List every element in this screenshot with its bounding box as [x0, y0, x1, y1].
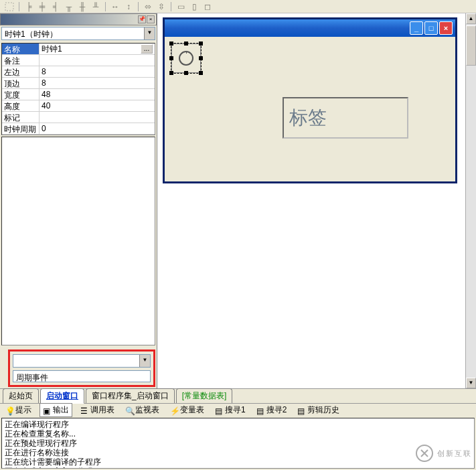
- property-row[interactable]: 高度40: [2, 100, 155, 112]
- property-label: 顶边: [2, 78, 39, 88]
- same-width-icon[interactable]: ⬄: [143, 1, 153, 12]
- label-component[interactable]: 标签: [283, 97, 408, 139]
- format-icon-3[interactable]: ◻: [202, 1, 213, 12]
- svg-rect-0: [5, 3, 13, 11]
- event-name-field[interactable]: 周期事件: [13, 370, 151, 382]
- scroll-thumb[interactable]: [466, 25, 476, 66]
- scroll-up-button[interactable]: ▲: [466, 13, 476, 24]
- property-row[interactable]: 备注: [2, 55, 155, 66]
- resize-handle-w[interactable]: [169, 56, 173, 60]
- tool-tab-label: 搜寻1: [225, 404, 246, 416]
- output-line: 正在编译现行程序: [5, 420, 471, 429]
- output-icon: ▣: [43, 406, 51, 414]
- panel-header: 📌 ×: [0, 13, 157, 25]
- tool-tab-label: 调用表: [90, 404, 114, 416]
- tool-tab-watch[interactable]: 🔍监视表: [123, 404, 162, 416]
- resize-handle-nw[interactable]: [169, 42, 173, 46]
- tool-tab-search1[interactable]: ▤搜寻1: [212, 404, 248, 416]
- property-row[interactable]: 时钟周期0: [2, 123, 155, 135]
- resize-handle-n[interactable]: [184, 42, 188, 46]
- panel-pin-button[interactable]: 📌: [138, 15, 146, 23]
- search1-icon: ▤: [215, 406, 223, 414]
- format-icon-2[interactable]: ▯: [189, 1, 200, 12]
- editor-tab[interactable]: [常量数据表]: [176, 388, 233, 403]
- property-row[interactable]: 宽度48: [2, 89, 155, 100]
- hint-icon: 💡: [5, 406, 13, 414]
- maximize-button[interactable]: □: [424, 21, 438, 35]
- tool-tab-label: 输出: [53, 404, 69, 416]
- tool-tab-search2[interactable]: ▤搜寻2: [254, 404, 290, 416]
- chevron-down-icon[interactable]: ▼: [144, 27, 155, 40]
- property-label: 高度: [2, 100, 39, 111]
- property-value[interactable]: [39, 112, 155, 123]
- property-grid-blank: [1, 137, 155, 345]
- panel-close-button[interactable]: ×: [147, 15, 155, 23]
- output-panel[interactable]: 正在编译现行程序正在检查重复名称...正在预处理现行程序正在进行名称连接正在统计…: [1, 418, 475, 469]
- vertical-scrollbar[interactable]: ▲ ▼: [465, 13, 476, 388]
- property-value[interactable]: 8: [39, 78, 155, 88]
- editor-tab[interactable]: 启动窗口: [40, 388, 84, 404]
- property-grid: 名称时钟1...备注左边8顶边8宽度48高度40标记时钟周期0: [1, 43, 155, 135]
- property-label: 时钟周期: [2, 123, 39, 134]
- resize-handle-s[interactable]: [184, 71, 188, 75]
- design-surface[interactable]: _ □ × 标签: [157, 13, 476, 388]
- event-dropdown[interactable]: ▼: [13, 354, 151, 368]
- editor-tab[interactable]: 起始页: [3, 388, 39, 403]
- property-panel: 📌 × 时钟1（时钟） ▼ 名称时钟1...备注左边8顶边8宽度48高度40标记…: [0, 13, 157, 388]
- property-value[interactable]: 48: [39, 89, 155, 100]
- same-height-icon[interactable]: ⇳: [156, 1, 167, 12]
- ellipsis-button[interactable]: ...: [141, 44, 153, 54]
- resize-handle-e[interactable]: [199, 56, 203, 60]
- timer-component[interactable]: [171, 44, 201, 73]
- tool-tab-clip[interactable]: ▤剪辑历史: [295, 404, 342, 416]
- align-top-icon[interactable]: ╥: [64, 1, 74, 12]
- tool-tab-label: 监视表: [135, 404, 159, 416]
- watch-icon: 🔍: [125, 406, 133, 414]
- tool-tab-hint[interactable]: 💡提示: [3, 404, 34, 416]
- window-client-area[interactable]: 标签: [165, 37, 455, 181]
- window-titlebar[interactable]: _ □ ×: [165, 19, 455, 37]
- calls-icon: ☰: [80, 406, 88, 414]
- align-middle-icon[interactable]: ╫: [77, 1, 88, 12]
- output-line: 正在预处理现行程序: [5, 439, 471, 448]
- output-line: 正在检查重复名称...: [5, 429, 471, 439]
- toolbar-icon-1[interactable]: [4, 1, 15, 12]
- component-selector[interactable]: 时钟1（时钟） ▼: [1, 27, 155, 40]
- close-button[interactable]: ×: [439, 21, 453, 35]
- component-selector-text: 时钟1（时钟）: [2, 27, 144, 40]
- editor-tabs: 起始页启动窗口窗口程序集_启动窗口[常量数据表]: [0, 388, 476, 403]
- editor-tab[interactable]: 窗口程序集_启动窗口: [86, 388, 175, 403]
- align-center-icon[interactable]: ╪: [37, 1, 48, 12]
- chevron-down-icon[interactable]: ▼: [139, 355, 150, 367]
- design-window[interactable]: _ □ × 标签: [163, 17, 457, 183]
- tool-tab-output[interactable]: ▣输出: [39, 403, 72, 417]
- output-line: 正在进行名称连接: [5, 448, 471, 457]
- align-right-icon[interactable]: ╡: [50, 1, 61, 12]
- resize-handle-sw[interactable]: [169, 71, 173, 75]
- property-value[interactable]: 0: [39, 123, 155, 134]
- clip-icon: ▤: [297, 406, 305, 414]
- align-bottom-icon[interactable]: ╨: [90, 1, 101, 12]
- resize-handle-ne[interactable]: [199, 42, 203, 46]
- property-value[interactable]: 40: [39, 100, 155, 111]
- property-row[interactable]: 标记: [2, 112, 155, 123]
- format-icon-1[interactable]: ▭: [175, 1, 186, 12]
- resize-handle-se[interactable]: [199, 71, 203, 75]
- minimize-button[interactable]: _: [410, 21, 423, 35]
- scroll-down-button[interactable]: ▼: [466, 378, 476, 388]
- property-row[interactable]: 左边8: [2, 66, 155, 78]
- property-row[interactable]: 顶边8: [2, 78, 155, 89]
- align-left-icon[interactable]: ╞: [23, 1, 34, 12]
- distribute-h-icon[interactable]: ↔: [110, 1, 121, 12]
- property-row[interactable]: 名称时钟1...: [2, 44, 155, 55]
- property-value[interactable]: [39, 55, 155, 66]
- tool-tab-calls[interactable]: ☰调用表: [78, 404, 117, 416]
- tool-tab-vars[interactable]: ⚡变量表: [167, 404, 207, 416]
- property-label: 宽度: [2, 89, 39, 100]
- tool-tab-label: 剪辑历史: [307, 404, 339, 416]
- property-value[interactable]: 时钟1...: [39, 44, 155, 54]
- property-value[interactable]: 8: [39, 66, 155, 77]
- distribute-v-icon[interactable]: ↕: [123, 1, 134, 12]
- vars-icon: ⚡: [170, 406, 178, 414]
- clock-icon: [179, 51, 193, 66]
